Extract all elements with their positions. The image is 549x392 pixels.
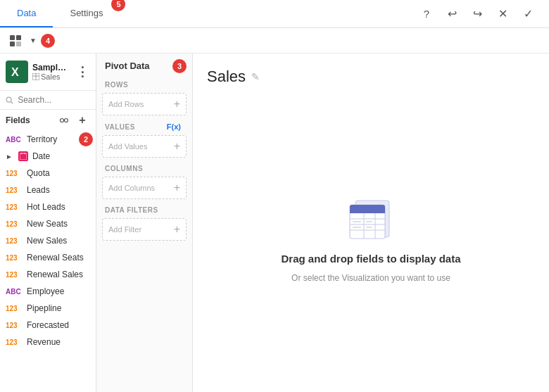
fields-header: Fields + — [0, 110, 96, 131]
rows-label: ROWS — [96, 75, 192, 91]
pivot-badge-3: 3 — [172, 59, 187, 73]
confirm-icon[interactable]: ✓ — [518, 4, 538, 24]
pivot-title: Pivot Data — [105, 61, 150, 71]
file-info: X Samples.xlsx Sales ⋮ — [0, 53, 96, 91]
sheet-name: Sales — [32, 72, 70, 81]
undo-icon[interactable]: ↩ — [442, 4, 462, 24]
help-icon[interactable]: ? — [417, 4, 436, 24]
chart-title-row: Sales ✎ — [207, 68, 260, 86]
field-item-forecasted[interactable]: 123 Forecasted — [0, 317, 96, 334]
left-panel: X Samples.xlsx Sales ⋮ — [0, 53, 96, 392]
svg-rect-19 — [350, 210, 385, 213]
toolbar-row: ▼ 4 — [0, 28, 549, 53]
values-header-row: VALUES F(x) — [96, 117, 192, 134]
right-panel: Sales ✎ — [193, 53, 549, 392]
view-toggle-icon[interactable] — [6, 31, 25, 51]
svg-point-8 — [6, 97, 11, 102]
empty-state: Drag and drop fields to display data Or … — [207, 100, 535, 378]
tab-settings[interactable]: Settings 5 — [53, 0, 120, 27]
badge-4: 4 — [41, 34, 55, 48]
empty-illustration — [343, 195, 399, 244]
add-columns-area[interactable]: Add Columns + — [102, 177, 187, 199]
svg-point-10 — [61, 119, 64, 122]
svg-text:X: X — [11, 66, 19, 78]
columns-label: COLUMNS — [96, 159, 192, 175]
empty-state-main-text: Drag and drop fields to display data — [281, 253, 460, 265]
svg-rect-26 — [366, 221, 372, 222]
expand-arrow-icon: ► — [6, 153, 13, 160]
add-field-button[interactable]: + — [75, 113, 90, 128]
top-bar-actions: ? ↩ ↪ ✕ ✓ — [417, 4, 549, 24]
table-icon — [32, 73, 39, 80]
svg-rect-2 — [10, 42, 15, 46]
add-filter-area[interactable]: Add Filter + — [102, 218, 187, 241]
transform-icon[interactable] — [56, 113, 72, 128]
field-item-pipepline[interactable]: 123 Pipepline — [0, 300, 96, 317]
add-rows-area[interactable]: Add Rows + — [102, 93, 187, 115]
svg-rect-27 — [353, 227, 361, 228]
more-options-button[interactable]: ⋮ — [75, 64, 90, 80]
top-bar: Data Settings 5 ? ↩ ↪ ✕ ✓ — [0, 0, 549, 28]
close-icon[interactable]: ✕ — [493, 4, 512, 24]
field-item-territory[interactable]: ABC Territory 2 — [0, 131, 96, 148]
tab-data[interactable]: Data — [0, 0, 53, 27]
excel-icon: X — [6, 61, 28, 83]
search-input[interactable] — [18, 95, 90, 105]
file-name: Samples.xlsx — [32, 63, 70, 72]
svg-rect-3 — [16, 42, 21, 46]
empty-state-sub-text: Or select the Visualization you want to … — [291, 273, 450, 283]
date-icon — [18, 151, 28, 161]
field-item-new-sales[interactable]: 123 New Sales — [0, 232, 96, 249]
search-icon — [6, 96, 13, 105]
svg-rect-13 — [20, 153, 27, 160]
main-layout: X Samples.xlsx Sales ⋮ — [0, 53, 549, 392]
add-columns-plus-icon: + — [174, 182, 180, 194]
file-details: Samples.xlsx Sales — [32, 63, 70, 81]
field-item-new-seats[interactable]: 123 New Seats — [0, 215, 96, 232]
territory-badge: 2 — [79, 132, 93, 146]
chart-title: Sales — [207, 68, 246, 86]
fields-header-icons: + — [56, 113, 90, 128]
field-item-date[interactable]: ► Date — [0, 148, 96, 165]
svg-rect-0 — [10, 35, 15, 40]
svg-rect-25 — [353, 221, 361, 222]
field-item-renewal-sales[interactable]: 123 Renewal Sales — [0, 266, 96, 283]
svg-point-11 — [65, 119, 68, 122]
middle-panel: Pivot Data 3 ROWS Add Rows + VALUES F(x)… — [96, 53, 193, 392]
field-item-renewal-seats[interactable]: 123 Renewal Seats — [0, 249, 96, 266]
add-values-plus-icon: + — [174, 140, 180, 153]
svg-line-9 — [11, 101, 13, 103]
field-item-hot-leads[interactable]: 123 Hot Leads — [0, 198, 96, 215]
field-item-quota[interactable]: 123 Quota — [0, 165, 96, 182]
settings-badge: 5 — [111, 0, 125, 11]
fx-button[interactable]: F(x) — [167, 122, 181, 131]
field-item-employee[interactable]: ABC Employee — [0, 283, 96, 300]
add-values-area[interactable]: Add Values + — [102, 135, 187, 158]
svg-rect-28 — [366, 227, 372, 228]
tab-bar: Data Settings 5 — [0, 0, 120, 27]
redo-icon[interactable]: ↪ — [467, 4, 487, 24]
dropdown-arrow-icon[interactable]: ▼ — [28, 31, 38, 51]
field-item-leads[interactable]: 123 Leads — [0, 182, 96, 198]
edit-title-icon[interactable]: ✎ — [251, 71, 260, 82]
pivot-title-row: Pivot Data 3 — [96, 53, 192, 75]
data-filters-label: DATA FILTERS — [96, 201, 192, 217]
toolbar-badge-4: 4 — [41, 34, 55, 48]
field-list: ABC Territory 2 ► Date 123 Qu — [0, 131, 96, 392]
add-filter-plus-icon: + — [174, 223, 180, 236]
field-item-revenue[interactable]: 123 Revenue — [0, 334, 96, 350]
add-rows-plus-icon: + — [174, 98, 180, 110]
search-box — [0, 91, 96, 110]
svg-rect-1 — [16, 35, 21, 40]
